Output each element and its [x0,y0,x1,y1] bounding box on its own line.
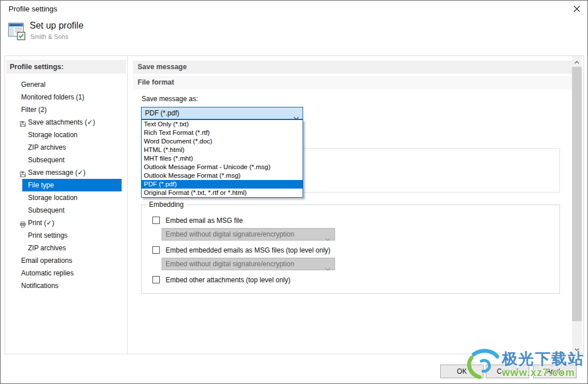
embed-other-attachments-label: Embed other attachments (top level only) [166,276,291,284]
main-panel: Save message File format Save message as… [128,56,583,354]
dropdown-option-original-format[interactable]: Original Format (*.txt, *.rtf or *.html) [142,189,303,197]
close-button[interactable] [570,4,583,15]
chevron-down-icon [325,233,331,245]
vertical-scrollbar[interactable] [572,56,582,354]
sidebar-nav: General Monitored folders (1) Filter (2)… [5,78,127,292]
scrollbar-down-button[interactable] [572,343,582,353]
scrollbar-thumb[interactable] [572,67,582,321]
sidebar-item-email-operations[interactable]: Email operations [5,254,127,267]
combobox-value: PDF (*.pdf) [145,109,179,117]
embed-embedded-signature-combobox: Embed without digital signature/encrypti… [162,258,335,270]
save-message-as-label: Save message as: [142,95,198,103]
save-icon [19,119,26,126]
sidebar-item-general[interactable]: General [5,78,127,91]
embed-other-attachments-row: Embed other attachments (top level only) [152,276,291,284]
sidebar-item-file-type[interactable]: File type [22,179,122,191]
window-title: Profile settings [9,5,57,13]
embed-email-as-msg-row: Embed email as MSG file [152,217,243,225]
profile-settings-dialog: Profile settings Set up profile Smith & … [0,0,588,384]
embed-embedded-emails-checkbox[interactable] [152,246,160,254]
sidebar-item-save-message[interactable]: Save message (✓) [5,166,127,179]
dropdown-option-rtf[interactable]: Rich Text Format (*.rtf) [142,129,303,137]
dropdown-option-doc[interactable]: Word Document (*.doc) [142,137,303,146]
cancel-button[interactable]: Cancel [486,365,529,378]
dropdown-option-mht[interactable]: MHT files (*.mht) [142,154,303,163]
content-frame: Profile settings: General Monitored fold… [5,55,584,354]
sidebar-item-filter[interactable]: Filter (2) [5,103,127,116]
embed-embedded-emails-row: Embed embedded emails as MSG files (top … [152,246,331,254]
sidebar-item-automatic-replies[interactable]: Automatic replies [5,267,127,279]
sidebar-item-print-settings[interactable]: Print settings [5,229,127,242]
embedding-group-label: Embedding [147,201,186,209]
sidebar-item-subsequent-message[interactable]: Subsequent [5,204,127,217]
dropdown-option-pdf-selected[interactable]: PDF (*.pdf) [142,180,303,189]
ok-button[interactable]: OK [440,365,484,378]
sidebar-header: Profile settings: [6,60,126,74]
printer-icon [19,219,26,226]
save-icon [19,169,26,176]
scrollbar-up-button[interactable] [572,56,582,66]
sidebar-item-zip-archives-print[interactable]: ZIP archives [5,242,127,254]
embed-embedded-emails-label: Embed embedded emails as MSG files (top … [166,246,331,254]
sidebar-item-notifications[interactable]: Notifications [5,279,127,292]
file-format-dropdown-list: Text Only (*.txt) Rich Text Format (*.rt… [141,119,303,198]
apply-button[interactable]: Apply [533,365,577,378]
chevron-down-icon [325,263,331,274]
dropdown-option-msg-unicode[interactable]: Outlook Message Format - Unicode (*.msg) [142,163,303,171]
embed-email-signature-combobox: Embed without digital signature/encrypti… [162,228,335,241]
embedding-groupbox: Embedding Embed email as MSG file Embed … [141,205,560,294]
sidebar-item-subsequent-attachments[interactable]: Subsequent [5,154,127,166]
sidebar-item-zip-archives-attachments[interactable]: ZIP archives [5,141,127,154]
sidebar-item-save-attachments[interactable]: Save attachments (✓) [5,116,127,129]
dropdown-option-text-only[interactable]: Text Only (*.txt) [142,120,303,129]
sidebar-item-monitored-folders[interactable]: Monitored folders (1) [5,91,127,103]
sidebar-item-print[interactable]: Print (✓) [5,217,127,229]
settings-sidebar: Profile settings: General Monitored fold… [5,56,128,354]
subsection-header-file-format: File format [133,76,572,89]
embed-other-attachments-checkbox[interactable] [152,276,160,283]
chevron-down-icon [574,343,579,354]
embed-email-as-msg-checkbox[interactable] [152,217,160,224]
close-icon [573,5,581,15]
dropdown-option-msg[interactable]: Outlook Message Format (*.msg) [142,171,303,180]
page-title: Set up profile [30,21,83,31]
save-message-as-combobox[interactable]: PDF (*.pdf) [141,107,303,119]
setup-profile-icon [8,21,27,43]
sidebar-item-storage-location-attachments[interactable]: Storage location [5,129,127,141]
chevron-up-icon [574,56,579,66]
profile-name-subtitle: Smith & Sons [30,33,69,40]
embed-email-as-msg-label: Embed email as MSG file [166,217,243,225]
sidebar-item-storage-location-message[interactable]: Storage location [5,191,127,204]
section-header-save-message: Save message [133,61,572,74]
dropdown-option-html[interactable]: HTML (*.html) [142,146,303,154]
